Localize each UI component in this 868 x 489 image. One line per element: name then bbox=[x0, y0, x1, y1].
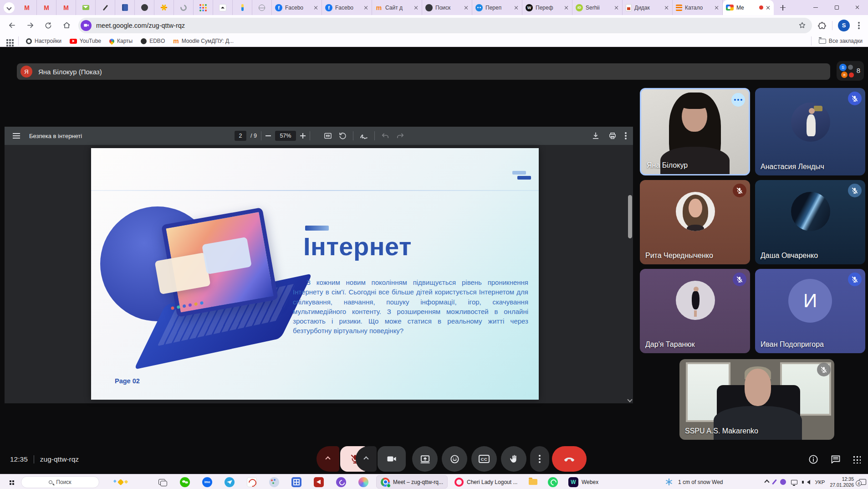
taskbar-clock[interactable]: 12:35 27.01.2026 bbox=[830, 476, 854, 488]
taskbar-opera-task[interactable]: Cheri Lady Logout ... bbox=[450, 475, 522, 489]
captions-button[interactable]: CC bbox=[471, 446, 497, 472]
pinned-tab-blue-book[interactable] bbox=[115, 0, 135, 15]
chat-icon[interactable] bbox=[830, 454, 841, 465]
home-button[interactable] bbox=[60, 19, 73, 32]
new-tab-button[interactable] bbox=[776, 1, 789, 14]
pinned-tab-gmail[interactable]: M bbox=[37, 0, 56, 15]
participant-tile-yana[interactable]: Яна Білокур bbox=[640, 88, 750, 175]
rotate-icon[interactable] bbox=[338, 132, 347, 140]
taskbar-weather-widget[interactable]: 1 cm of snow Wed bbox=[669, 474, 723, 489]
tab-close-icon[interactable] bbox=[314, 5, 318, 10]
participant-tile-rita[interactable]: Рита Чередныченко bbox=[640, 180, 750, 264]
notification-center-icon[interactable]: 4 bbox=[859, 479, 866, 485]
zoom-out-button[interactable] bbox=[266, 135, 271, 136]
browser-tab[interactable]: iDSerhii bbox=[572, 0, 623, 15]
taskbar-viber[interactable] bbox=[333, 474, 349, 489]
participant-tile-ivan[interactable]: И Иван Подопригора bbox=[755, 269, 865, 353]
profile-avatar[interactable]: S bbox=[838, 20, 850, 31]
all-bookmarks-button[interactable]: Все закладки bbox=[819, 38, 863, 44]
zoom-level-value[interactable]: 57% bbox=[275, 131, 296, 141]
taskbar-webex-task[interactable]: W Webex bbox=[564, 475, 603, 489]
tab-close-icon[interactable] bbox=[715, 5, 719, 10]
camera-toggle-button[interactable] bbox=[378, 446, 406, 472]
tab-close-icon[interactable] bbox=[414, 5, 419, 10]
taskbar-chrome-meet-task[interactable]: Meet – zug-qttw-rq... bbox=[376, 475, 448, 489]
pen-icon[interactable] bbox=[772, 479, 777, 485]
browser-tab[interactable]: fFacebo bbox=[322, 0, 372, 15]
pdf-more-icon[interactable] bbox=[625, 135, 627, 137]
browser-tab[interactable]: Катало bbox=[673, 0, 723, 15]
taskbar-media-player[interactable] bbox=[311, 474, 327, 489]
print-icon[interactable] bbox=[608, 131, 617, 140]
back-button[interactable] bbox=[5, 19, 18, 32]
scrollbar-thumb[interactable] bbox=[628, 195, 632, 238]
bookmark-item[interactable]: EDBO bbox=[141, 38, 165, 44]
task-view-button[interactable] bbox=[154, 474, 169, 489]
taskbar-whatsapp[interactable] bbox=[545, 474, 561, 489]
taskbar-copilot[interactable] bbox=[355, 474, 372, 489]
bookmark-item[interactable]: YouTube bbox=[70, 38, 101, 44]
pinned-tab-marker[interactable] bbox=[233, 0, 252, 15]
reload-button[interactable] bbox=[42, 19, 55, 32]
browser-tab[interactable]: fFacebo bbox=[272, 0, 322, 15]
participant-count-pill[interactable]: S я 8 bbox=[837, 61, 864, 81]
browser-tab[interactable]: Переп bbox=[472, 0, 522, 15]
more-options-button[interactable] bbox=[530, 446, 549, 472]
bookmark-item[interactable]: Карты bbox=[109, 38, 133, 44]
pdf-scrollbar[interactable] bbox=[628, 145, 633, 403]
tab-close-icon[interactable] bbox=[464, 5, 469, 10]
taskbar-file-explorer[interactable] bbox=[525, 474, 541, 489]
download-icon[interactable] bbox=[591, 131, 600, 140]
pinned-tab-pen[interactable] bbox=[96, 0, 115, 15]
page-number-input[interactable]: 2 bbox=[235, 131, 246, 141]
pinned-tab-gmail[interactable]: M bbox=[56, 0, 76, 15]
participant-tile-makarenko[interactable]: SSPU A.S. Makarenko bbox=[679, 359, 834, 440]
annotate-draw-icon[interactable] bbox=[359, 131, 368, 140]
taskbar-screenrec[interactable] bbox=[244, 474, 260, 489]
participant-tile-darya[interactable]: Дар'я Таранюк bbox=[640, 269, 750, 353]
pdf-menu-icon[interactable] bbox=[13, 133, 20, 139]
taskbar-telegram[interactable] bbox=[221, 474, 238, 489]
extensions-puzzle-icon[interactable] bbox=[817, 21, 827, 30]
mic-options-button[interactable] bbox=[317, 446, 339, 472]
language-indicator[interactable]: УКР bbox=[815, 479, 825, 485]
taskbar-wechat[interactable] bbox=[177, 474, 193, 489]
pinned-tab-gray-swirl[interactable] bbox=[174, 0, 194, 15]
maximize-button[interactable] bbox=[826, 0, 847, 15]
present-button[interactable] bbox=[412, 446, 438, 472]
close-window-button[interactable] bbox=[847, 0, 868, 15]
bookmark-item[interactable]: mMoodle СумДПУ: Д... bbox=[173, 37, 234, 45]
reactions-button[interactable] bbox=[442, 446, 467, 472]
network-display-icon[interactable] bbox=[791, 480, 797, 484]
copilot-sparkles-button[interactable] bbox=[112, 474, 130, 489]
pinned-tab-dark-globe[interactable] bbox=[135, 0, 154, 15]
pinned-tab-dots[interactable] bbox=[194, 0, 213, 15]
active-tab-meet[interactable]: Me bbox=[723, 0, 774, 15]
taskbar-search[interactable]: Поиск bbox=[21, 476, 99, 488]
bookmark-item[interactable]: Настройки bbox=[26, 38, 61, 44]
start-button[interactable] bbox=[4, 474, 18, 489]
tile-options-button[interactable] bbox=[731, 93, 745, 107]
browser-tab[interactable]: mСайт д bbox=[372, 0, 422, 15]
tab-close-icon[interactable] bbox=[766, 5, 771, 10]
tab-close-icon[interactable] bbox=[514, 5, 519, 10]
activities-grid-icon[interactable] bbox=[853, 455, 861, 463]
apps-grid-icon[interactable] bbox=[6, 39, 8, 41]
tab-close-icon[interactable] bbox=[564, 5, 569, 10]
address-bar[interactable]: meet.google.com/zug-qttw-rqz bbox=[78, 18, 812, 33]
end-call-button[interactable] bbox=[552, 446, 587, 472]
pinned-tab-school[interactable] bbox=[213, 0, 233, 15]
viber-tray-icon[interactable] bbox=[780, 479, 786, 485]
pinned-tab-globe[interactable] bbox=[252, 0, 272, 15]
browser-tab[interactable]: WПереф bbox=[522, 0, 572, 15]
info-icon[interactable] bbox=[808, 454, 819, 465]
url-text[interactable]: meet.google.com/zug-qttw-rqz bbox=[96, 22, 793, 29]
tab-search-button[interactable] bbox=[4, 2, 15, 13]
speaker-icon[interactable] bbox=[807, 480, 810, 484]
taskbar-paint[interactable] bbox=[266, 474, 282, 489]
pinned-tab-gmail[interactable]: M bbox=[17, 0, 37, 15]
pinned-tab-asterisk[interactable] bbox=[154, 0, 174, 15]
taskbar-calculator[interactable] bbox=[288, 474, 305, 489]
fit-to-width-icon[interactable] bbox=[323, 131, 332, 140]
tab-close-icon[interactable] bbox=[364, 5, 368, 10]
